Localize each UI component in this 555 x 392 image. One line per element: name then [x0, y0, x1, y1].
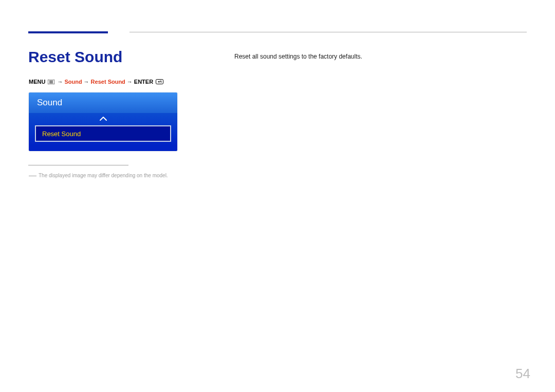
- breadcrumb-segment-sound: Sound: [64, 79, 82, 85]
- breadcrumb-menu-label: MENU: [29, 79, 45, 85]
- header-accent-bar: [28, 31, 108, 33]
- osd-header: Sound: [29, 92, 177, 113]
- osd-panel: Sound Reset Sound: [29, 92, 177, 151]
- chevron-up-icon[interactable]: [35, 113, 171, 125]
- header-rule: [130, 32, 527, 32]
- breadcrumb-segment-reset-sound: Reset Sound: [91, 79, 125, 85]
- osd-header-title: Sound: [37, 98, 62, 108]
- osd-item-reset-sound[interactable]: Reset Sound: [35, 125, 171, 142]
- breadcrumb-arrow-1: →: [57, 79, 63, 85]
- breadcrumb: MENU → Sound → Reset Sound → ENTER: [29, 79, 164, 85]
- enter-icon: [156, 79, 163, 84]
- breadcrumb-arrow-3: →: [127, 79, 133, 85]
- breadcrumb-arrow-2: →: [84, 79, 89, 85]
- footnote: ― The displayed image may differ dependi…: [29, 173, 168, 178]
- osd-body: Reset Sound: [29, 113, 177, 151]
- page-number: 54: [515, 366, 530, 382]
- menu-icon: [48, 80, 54, 84]
- footnote-text: The displayed image may differ depending…: [39, 173, 168, 178]
- breadcrumb-enter-label: ENTER: [134, 79, 153, 85]
- footnote-rule: [28, 165, 128, 165]
- osd-item-label: Reset Sound: [42, 130, 81, 138]
- body-text: Reset all sound settings to the factory …: [234, 53, 362, 60]
- footnote-dash-icon: ―: [29, 173, 36, 177]
- page-title: Reset Sound: [28, 48, 122, 66]
